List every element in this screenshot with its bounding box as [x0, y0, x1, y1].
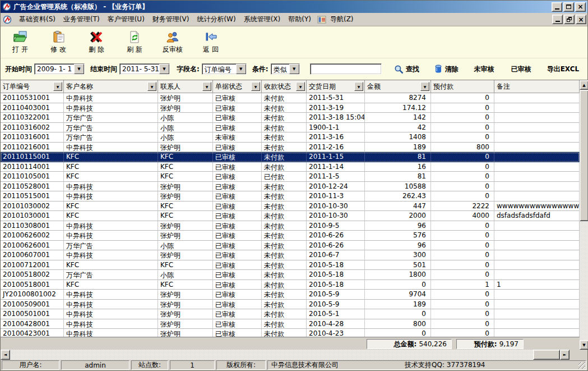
table-row[interactable]: 20100607001中异科技张炉明已审核未付款2010-6-73000 [1, 250, 580, 260]
toolbar-edit-clipboard-button[interactable]: 修 改 [43, 29, 73, 56]
close-button[interactable] [575, 2, 586, 12]
table-row[interactable]: 20110322001万华广告小陈已审核未付款2011-3-18 15:04:5… [1, 113, 580, 123]
cell-prepaid: 0 [431, 182, 494, 192]
horizontal-scrollbar[interactable] [1, 350, 587, 360]
menu-item-2[interactable]: 业务管理(T) [59, 13, 104, 26]
chevron-down-icon[interactable] [74, 64, 84, 74]
menu-item-1[interactable]: 基础资料(S) [15, 13, 59, 26]
column-filter-dropdown-icon[interactable] [354, 82, 363, 91]
table-row[interactable]: 20101030001KFCKFC已审核未付款2010-10-302000400… [1, 211, 580, 221]
cell-remark [494, 319, 580, 329]
column-header-remark[interactable]: 备注 [494, 80, 580, 93]
table-row[interactable]: 20100712001KFCKFC已审核未付款2010-5-185010 [1, 260, 580, 271]
toolbar-open-folder-button[interactable]: 打 开 [5, 29, 35, 56]
column-header-doc-status[interactable]: 单据状态 [213, 80, 262, 93]
horizontal-scroll-thumb[interactable] [533, 350, 560, 360]
table-row[interactable]: 20101030002KFCKFC已审核未付款2010-10-304472222… [1, 201, 580, 212]
column-header-delivery-date[interactable]: 交货日期 [307, 80, 365, 93]
search-input[interactable] [310, 63, 382, 75]
column-header-amount[interactable]: 金额 [365, 80, 431, 93]
table-row[interactable]: 20100518002万华广告小陈已审核未付款2010-5-1818000 [1, 270, 580, 280]
mdi-close-button[interactable] [576, 15, 586, 24]
menu-item-4[interactable]: 财务管理(V) [149, 13, 193, 26]
column-header-label: 订单编号 [3, 82, 53, 91]
table-row[interactable]: 20110114001KFCKFC已审核未付款2011-1-14160 [1, 162, 580, 172]
search-icon [394, 65, 404, 74]
chevron-down-icon[interactable] [236, 64, 246, 74]
scroll-up-icon[interactable] [580, 80, 588, 90]
table-row[interactable]: 20110316002万华广告小陈已审核未付款1900-1-1420 [1, 123, 580, 133]
audited-button[interactable]: 已审核 [511, 65, 531, 74]
menu-item-7[interactable]: 帮助(Y) [284, 13, 315, 26]
end-date-picker[interactable]: 2011- 5-31 [119, 63, 170, 75]
column-filter-dropdown-icon[interactable] [420, 82, 429, 91]
chevron-down-icon[interactable] [289, 64, 299, 74]
toolbar-delete-x-button[interactable]: 删 除 [81, 29, 112, 56]
table-row[interactable]: 20110308001中异科技张炉明已审核未付款2010-9-5960 [1, 221, 580, 231]
table-row[interactable]: 20110403001中异科技张炉明已审核未付款2011-3-19174.120 [1, 103, 580, 113]
table-row[interactable]: 20100626002中异科技张炉明已审核未付款2010-6-265760 [1, 231, 580, 241]
scroll-left-icon[interactable] [1, 350, 10, 360]
column-header-order-no[interactable]: 订单编号 [1, 80, 64, 93]
column-header-payment-status[interactable]: 收款状态 [262, 80, 307, 93]
table-row[interactable]: 20110528001中异科技张炉明已审核未付款2010-12-24105880 [1, 182, 580, 192]
table-row[interactable]: JY20100801002中异科技张炉明已审核未付款2010-5-997040 [1, 290, 580, 300]
toolbar-refresh-page-button[interactable]: 刷 新 [119, 29, 150, 56]
table-row[interactable]: 20100423001中异科技张炉明已审核未付款2010-4-2300 [1, 329, 580, 337]
menu-item-6[interactable]: 系统管理(X) [240, 13, 285, 26]
table-row[interactable]: 20110515001中异科技张炉明已审核未付款2010-11-3262.430 [1, 191, 580, 201]
field-name-select[interactable]: 订单编号 [202, 63, 247, 75]
field-name-value: 订单编号 [202, 64, 236, 74]
title-bar[interactable]: 广告企业管理系统（标准版） - 【业务订单】 [1, 1, 587, 13]
table-row[interactable]: 20100518001KFCKFC已审核未付款2010-5-18011 [1, 280, 580, 290]
horizontal-scroll-track[interactable] [10, 350, 560, 360]
menu-item-3[interactable]: 客户管理(U) [104, 13, 149, 26]
table-row[interactable]: 20100509001中异科技张炉明已审核未付款2010-5-91890 [1, 300, 580, 310]
maximize-button[interactable] [563, 2, 574, 12]
mdi-restore-button[interactable] [564, 15, 575, 24]
table-row[interactable]: 20110316001万华广告小陈未审核未付款2011-3-1614080 [1, 132, 580, 143]
menu-items: 基础资料(S)业务管理(T)客户管理(U)财务管理(V)统计分析(W)系统管理(… [15, 13, 552, 26]
condition-select[interactable]: 类似 [271, 63, 300, 75]
column-filter-dropdown-icon[interactable] [147, 82, 156, 91]
toolbar-unaudit-users-button[interactable]: 反审核 [158, 29, 188, 56]
column-filter-dropdown-icon[interactable] [202, 82, 211, 91]
column-header-customer-name[interactable]: 客户名称 [64, 80, 158, 93]
table-row[interactable]: 20100428001中异科技张炉明已审核未付款2010-4-288000 [1, 319, 580, 329]
vertical-scroll-thumb[interactable] [580, 90, 588, 221]
table-row[interactable]: 20110216001中异科技张炉明已审核未付款2011-2-16189800 [1, 143, 580, 153]
mdi-minimize-button[interactable] [552, 15, 563, 24]
cell-amount: 300 [365, 250, 431, 260]
menu-item-5[interactable]: 统计分析(W) [193, 13, 239, 26]
minimize-button[interactable] [552, 2, 562, 12]
column-filter-dropdown-icon[interactable] [251, 82, 260, 91]
menu-item-8[interactable]: 导航(Z) [326, 13, 358, 26]
find-button[interactable]: 查找 [394, 65, 419, 74]
clear-button[interactable]: 清除 [434, 65, 459, 74]
table-row[interactable]: 20100501001中异科技张炉明已审核未付款2010-5-100 [1, 309, 580, 319]
cell-contact: KFC [158, 201, 213, 212]
column-header-contact[interactable]: 联系人 [158, 80, 213, 93]
export-excel-button[interactable]: 导出EXCL [547, 65, 579, 74]
column-header-prepaid[interactable]: 预付款 [431, 80, 494, 93]
cell-doc-status: 已审核 [213, 290, 262, 300]
cell-order-no: 20100423001 [1, 329, 64, 337]
table-row[interactable]: 20110115001KFCKFC已审核未付款2011-1-15810 [1, 152, 580, 162]
vertical-scroll-track[interactable] [580, 221, 588, 340]
column-filter-dropdown-icon[interactable] [296, 82, 305, 91]
resize-grip[interactable] [578, 362, 585, 369]
scroll-down-icon[interactable] [580, 340, 588, 350]
vertical-scrollbar[interactable] [580, 80, 588, 350]
unaudited-button[interactable]: 未审核 [474, 65, 494, 74]
cell-order-no: 20110528001 [1, 182, 64, 192]
table-row[interactable]: 20100626001万华广告小陈已审核未付款2010-6-26960 [1, 241, 580, 251]
cell-amount: 9704 [365, 290, 431, 300]
start-date-picker[interactable]: 2009- 1- 1 [34, 63, 85, 75]
table-row[interactable]: 20110531001中异科技张炉明已审核未付款2011-5-3182740 [1, 93, 580, 103]
chevron-down-icon[interactable] [159, 64, 169, 74]
scroll-right-icon[interactable] [560, 350, 570, 360]
column-filter-dropdown-icon[interactable] [53, 82, 62, 91]
table-row[interactable]: 20110105001KFCKFC已审核已付款2011-1-5810 [1, 172, 580, 182]
cell-contact: 小陈 [158, 241, 213, 251]
toolbar-back-arrow-button[interactable]: 返 回 [196, 29, 226, 56]
